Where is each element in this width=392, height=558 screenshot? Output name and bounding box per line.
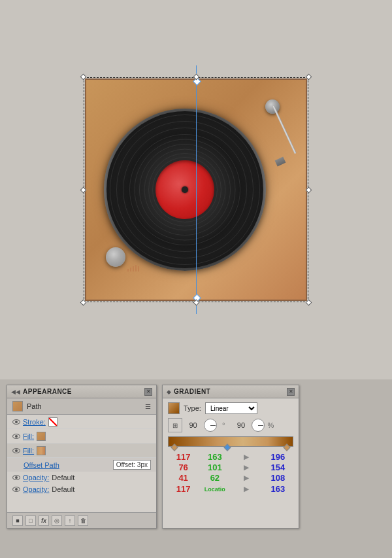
fill1-swatch[interactable]: [37, 432, 46, 441]
color-b3: 108: [263, 473, 293, 483]
color-values-grid: 117 163 ▶ 196 76 101 ▶ 154 41 62 ▶ 108: [168, 452, 293, 483]
titlebar-left: ◀◀ APPEARANCE: [11, 388, 72, 395]
arrow-icon-1: ▶: [231, 452, 262, 462]
tonearm-arm: [272, 105, 297, 154]
offset-path-row: Offset Path Offset: 3px: [7, 458, 156, 472]
color-r1: 117: [168, 452, 199, 462]
percent-sign: %: [267, 421, 274, 429]
volume-marks: [127, 262, 140, 271]
appearance-titlebar: ◀◀ APPEARANCE ✕: [7, 385, 156, 398]
opacity2-label[interactable]: Opacity:: [23, 485, 49, 493]
turntable-artwork: [85, 78, 307, 301]
opacity1-value: Default: [52, 474, 74, 481]
path-color-swatch[interactable]: [12, 401, 23, 411]
loc-b1: 163: [263, 484, 293, 494]
angle-value: 90: [185, 421, 201, 429]
tonearm: [234, 99, 286, 165]
delete-button[interactable]: 🗑: [78, 515, 88, 526]
stroke-visibility-icon[interactable]: [12, 419, 20, 425]
opacity-row-1: Opacity: Default: [7, 472, 156, 483]
panels-area: ◀◀ APPEARANCE ✕ Path ☰ Stroke: Fill: Fil…: [0, 379, 392, 558]
appearance-toolbar: ■ □ fx ◎ ↑ 🗑: [7, 512, 156, 528]
stroke-label[interactable]: Stroke:: [23, 418, 46, 426]
opacity2-visibility-icon[interactable]: [12, 487, 20, 492]
appearance-title: APPEARANCE: [23, 388, 72, 395]
location-label: °: [222, 421, 225, 429]
color-b1: 196: [263, 452, 293, 462]
appearance-close-button[interactable]: ✕: [144, 388, 152, 396]
gradient-panel: ◆ GRADIENT ✕ Type: Linear ⊞ 90 °: [162, 385, 299, 529]
gradient-titlebar: ◆ GRADIENT ✕: [163, 385, 299, 398]
opacity-row-2: Opacity: Default: [7, 483, 156, 495]
angle-circle[interactable]: [204, 419, 217, 432]
add-stroke-button[interactable]: □: [25, 515, 36, 526]
opacity1-label[interactable]: Opacity:: [23, 474, 49, 481]
gradient-diamond-icon: ◆: [167, 389, 171, 395]
fx-button[interactable]: fx: [39, 515, 49, 526]
color-r3: 41: [168, 473, 199, 483]
panel-menu-icon[interactable]: ☰: [145, 403, 151, 410]
gradient-stop-selected[interactable]: [223, 444, 231, 451]
color-g2: 101: [199, 462, 230, 472]
fill-row-1: Fill:: [7, 429, 156, 444]
color-g1: 163: [199, 452, 230, 462]
offset-value: Offset: 3px: [113, 460, 151, 470]
appearance-panel: ◀◀ APPEARANCE ✕ Path ☰ Stroke: Fill: Fil…: [7, 385, 157, 529]
gradient-controls-row: ⊞ 90 ° 90 %: [168, 418, 293, 432]
gradient-stop-right[interactable]: [283, 444, 290, 451]
gradient-type-row: Type: Linear: [168, 402, 293, 414]
location-value: 90: [233, 421, 249, 429]
gradient-type-label: Type:: [184, 404, 201, 412]
fill-row-2: Fill:: [7, 444, 156, 458]
add-fill-button[interactable]: ■: [12, 515, 23, 526]
gradient-close-button[interactable]: ✕: [287, 388, 295, 396]
gradient-bar-container: [168, 436, 293, 447]
gradient-title: GRADIENT: [174, 388, 210, 395]
path-label: Path: [27, 402, 42, 410]
location-values-grid: 117 Locatio ▶ 163: [168, 484, 293, 494]
offset-path-link[interactable]: Offset Path: [24, 461, 59, 469]
fill1-visibility-icon[interactable]: [12, 434, 20, 439]
location-indicator: [258, 425, 263, 426]
arrow-icon-2: ▶: [231, 462, 262, 472]
fill2-visibility-icon[interactable]: [12, 448, 20, 453]
loc-r1: 117: [168, 484, 199, 494]
gradient-stop-left[interactable]: [171, 444, 178, 451]
collapse-arrows-icon[interactable]: ◀◀: [11, 389, 20, 395]
color-r2: 76: [168, 462, 199, 472]
gradient-options-button[interactable]: ⊞: [168, 418, 182, 432]
location-text: Locatio: [199, 484, 230, 494]
opacity2-value: Default: [52, 485, 74, 493]
move-up-button[interactable]: ↑: [65, 515, 75, 526]
gradient-type-select[interactable]: Linear: [205, 402, 257, 414]
tonearm-head: [275, 157, 286, 167]
gradient-content: Type: Linear ⊞ 90 ° 90 %: [163, 398, 299, 498]
record-label: [155, 160, 214, 219]
stroke-row: Stroke:: [7, 415, 156, 429]
canvas-area: [0, 0, 392, 379]
angle-indicator: [210, 425, 216, 426]
gradient-bar[interactable]: [168, 436, 293, 447]
color-g3: 62: [199, 473, 230, 483]
fill2-label[interactable]: Fill:: [23, 447, 34, 455]
fill2-gradient-swatch[interactable]: [37, 446, 46, 455]
color-b2: 154: [263, 462, 293, 472]
stroke-none-swatch[interactable]: [48, 417, 57, 427]
arrow-icon-4: ▶: [231, 484, 262, 494]
location-circle[interactable]: [252, 419, 265, 432]
volume-knob: [106, 247, 125, 267]
gradient-titlebar-left: ◆ GRADIENT: [167, 388, 210, 395]
duplicate-button[interactable]: ◎: [52, 515, 62, 526]
path-line: [196, 65, 197, 314]
fill1-label[interactable]: Fill:: [23, 432, 34, 440]
appearance-header-row: Path ☰: [7, 398, 156, 415]
arrow-icon-3: ▶: [231, 473, 262, 483]
gradient-swatch[interactable]: [168, 402, 180, 414]
opacity1-visibility-icon[interactable]: [12, 475, 20, 480]
